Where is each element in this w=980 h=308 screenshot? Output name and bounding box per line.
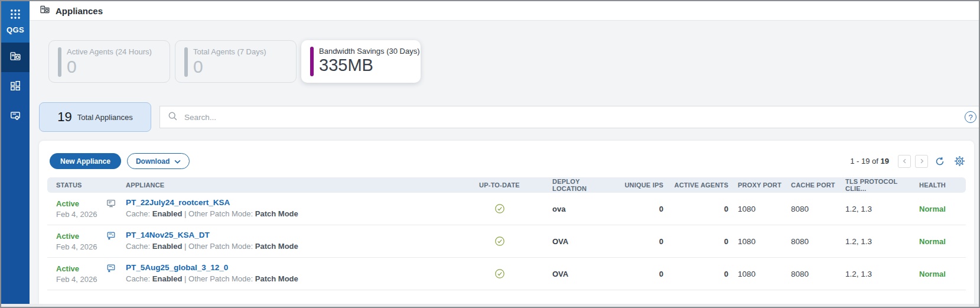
- monitor-badge-icon: [9, 109, 21, 124]
- grid-dots-icon[interactable]: [9, 8, 21, 22]
- table-header-row: STATUSAPPLIANCEUP-TO-DATEDEPLOY LOCATION…: [47, 177, 966, 193]
- status-cell: Active Feb 4, 2026: [47, 264, 106, 284]
- total-appliances-label: Total Appliances: [77, 113, 133, 122]
- table-row[interactable]: Active Feb 4, 2026: [47, 193, 966, 225]
- app-window: QGS: [0, 0, 980, 308]
- sidebar-item-dashboard[interactable]: [1, 72, 30, 102]
- appliance-link[interactable]: PT_14Nov25_KSA_DT: [126, 231, 210, 239]
- active-agents-cell: 0: [663, 270, 728, 278]
- stat-card[interactable]: Active Agents (24 Hours) 0: [48, 40, 170, 83]
- page-title: Appliances: [56, 6, 103, 16]
- proxy-port-cell: 1080: [728, 237, 782, 246]
- sidebar: QGS: [1, 1, 30, 304]
- page-header: Appliances: [30, 1, 979, 21]
- sidebar-item-appliances[interactable]: [1, 43, 30, 72]
- check-circle-icon: [494, 236, 505, 245]
- column-header[interactable]: TLS PROTOCOL CLIE...: [836, 178, 910, 192]
- table-row[interactable]: Active Feb 4, 2026: [47, 258, 966, 290]
- status-badge: Active: [56, 232, 106, 241]
- card-value: 0: [67, 57, 170, 76]
- stat-card[interactable]: Bandwidth Savings (30 Days) 335MB: [301, 40, 421, 83]
- appliance-cell: PT_22July24_rootcert_KSA Cache: Enabled …: [106, 193, 471, 225]
- status-date: Feb 4, 2026: [56, 210, 106, 219]
- appliances-panel: New Appliance Download 1 - 19 of 19: [39, 141, 974, 304]
- health-cell: Normal: [910, 270, 966, 278]
- search-input[interactable]: [184, 113, 979, 122]
- card-accent-bar: [184, 47, 188, 77]
- app-switcher[interactable]: QGS: [1, 1, 30, 43]
- unique-ips-cell: 0: [613, 205, 663, 213]
- column-header[interactable]: CACHE PORT: [782, 181, 836, 189]
- appliance-subtext: Cache: Enabled | Other Patch Mode: Patch…: [126, 242, 298, 251]
- help-icon[interactable]: ?: [965, 111, 976, 123]
- status-badge: Active: [56, 264, 106, 273]
- check-circle-icon: [494, 204, 505, 213]
- up-to-date-cell: [471, 268, 528, 279]
- total-appliances-count: 19: [57, 109, 71, 125]
- status-cell: Active Feb 4, 2026: [47, 199, 106, 219]
- prev-page-button[interactable]: [898, 155, 911, 168]
- appliance-link[interactable]: PT_5Aug25_global_3_12_0: [126, 263, 228, 272]
- active-agents-cell: 0: [663, 237, 728, 246]
- table-body: Active Feb 4, 2026: [47, 193, 966, 290]
- stat-cards: Active Agents (24 Hours) 0 Total Agents …: [48, 40, 979, 83]
- download-button[interactable]: Download: [127, 153, 190, 169]
- tls-protocol-cell: 1.2, 1.3: [836, 205, 910, 213]
- status-badge: Active: [56, 199, 106, 208]
- tls-protocol-cell: 1.2, 1.3: [836, 237, 910, 246]
- health-cell: Normal: [910, 237, 966, 246]
- appliances-page-icon: [40, 4, 50, 17]
- status-date: Feb 4, 2026: [56, 242, 106, 251]
- cache-port-cell: 8080: [782, 205, 836, 213]
- appliances-table: STATUSAPPLIANCEUP-TO-DATEDEPLOY LOCATION…: [47, 177, 966, 290]
- check-circle-icon: [494, 269, 505, 278]
- up-to-date-cell: [471, 236, 528, 247]
- proxy-port-cell: 1080: [728, 205, 782, 213]
- card-label: Active Agents (24 Hours): [67, 47, 170, 56]
- card-accent-bar: [58, 47, 61, 77]
- stat-card[interactable]: Total Agents (7 Days) 0: [175, 40, 297, 83]
- appliance-cell: PT_14Nov25_KSA_DT Cache: Enabled | Other…: [106, 225, 471, 257]
- settings-gear-icon[interactable]: [952, 154, 967, 168]
- appliance-subtext: Cache: Enabled | Other Patch Mode: Patch…: [126, 209, 298, 218]
- search-bar: ?: [159, 106, 979, 128]
- qgs-logo-label: QGS: [6, 25, 24, 34]
- status-cell: Active Feb 4, 2026: [47, 232, 106, 251]
- deploy-location-cell: OVA: [528, 237, 613, 246]
- card-value: 335MB: [319, 56, 421, 75]
- search-icon: [168, 111, 178, 124]
- next-page-button[interactable]: [915, 155, 928, 168]
- card-label: Bandwidth Savings (30 Days): [319, 47, 421, 56]
- status-date: Feb 4, 2026: [56, 275, 106, 284]
- dashboard-icon: [9, 80, 21, 94]
- column-header[interactable]: PROXY PORT: [728, 181, 782, 189]
- unique-ips-cell: 0: [613, 237, 663, 246]
- tls-protocol-cell: 1.2, 1.3: [836, 270, 910, 278]
- column-header[interactable]: UP-TO-DATE: [471, 181, 528, 189]
- appliance-icon: [9, 50, 21, 64]
- column-header[interactable]: APPLIANCE: [106, 181, 471, 189]
- card-value: 0: [193, 57, 296, 76]
- unique-ips-cell: 0: [613, 270, 663, 278]
- pagination: 1 - 19 of 19: [850, 154, 967, 168]
- appliance-link[interactable]: PT_22July24_rootcert_KSA: [126, 198, 230, 207]
- table-row[interactable]: Active Feb 4, 2026: [47, 225, 966, 258]
- column-header[interactable]: UNIQUE IPS: [613, 181, 663, 189]
- panel-toolbar: New Appliance Download 1 - 19 of 19: [39, 141, 974, 177]
- appliance-cell: PT_5Aug25_global_3_12_0 Cache: Enabled |…: [106, 258, 471, 290]
- new-appliance-button[interactable]: New Appliance: [50, 153, 121, 169]
- proxy-port-cell: 1080: [728, 270, 782, 278]
- window-bottom-strip: [1, 304, 979, 307]
- deploy-location-cell: ova: [528, 205, 613, 213]
- total-appliances-pill[interactable]: 19 Total Appliances: [39, 102, 151, 132]
- filter-toolbar: 19 Total Appliances ?: [39, 102, 979, 132]
- column-header[interactable]: ACTIVE AGENTS: [663, 181, 728, 189]
- refresh-icon[interactable]: [932, 154, 948, 168]
- active-agents-cell: 0: [663, 205, 728, 213]
- appliance-cert-icon: [106, 266, 116, 275]
- column-header[interactable]: HEALTH: [910, 181, 966, 189]
- sidebar-item-remote-monitor[interactable]: [1, 102, 30, 131]
- column-header[interactable]: DEPLOY LOCATION: [528, 178, 613, 192]
- column-header[interactable]: STATUS: [47, 181, 106, 189]
- appliance-cert-icon: [106, 234, 116, 242]
